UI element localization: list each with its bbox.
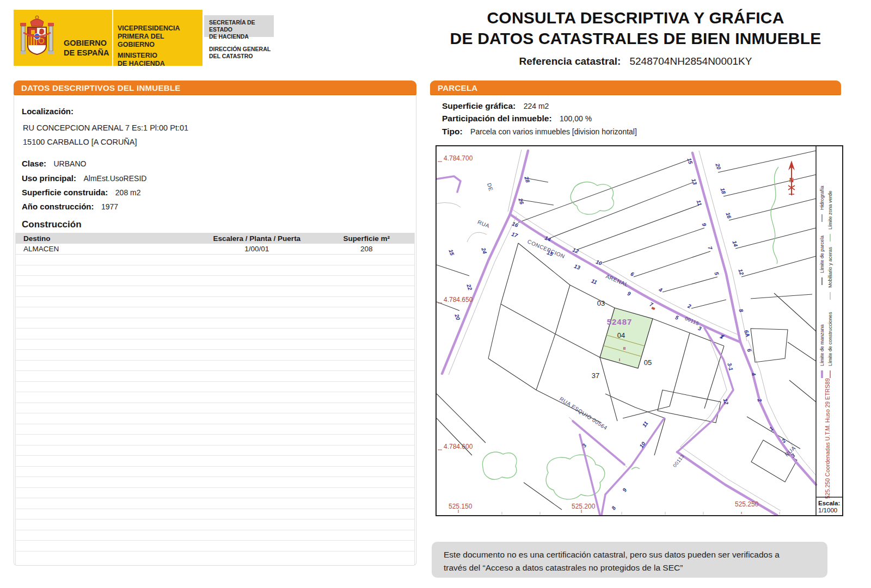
house-number: 16 (511, 221, 519, 228)
house-number: 3 (697, 325, 703, 332)
title-line2: DE DATOS CATASTRALES DE BIEN INMUEBLE (430, 28, 841, 49)
map-legend: Hidrografía Límite zona verde Límite de … (816, 146, 842, 515)
legend-zona-verde: Límite zona verde (827, 190, 833, 230)
street-arenal: ARENAL (605, 273, 629, 288)
direccion-general-text: DIRECCIÓN GENERAL DEL CATASTRO (209, 46, 271, 60)
secretaria-box: SECRETARÍA DE ESTADO DE HACIENDA (204, 15, 274, 37)
logo-divider (112, 10, 113, 66)
sub-unit-i: I (619, 357, 620, 362)
ministerio-text: MINISTERIO DE HACIENDA (118, 52, 165, 68)
participacion-value: 100,00 % (560, 114, 592, 123)
coord-525150: 525.150 (449, 503, 473, 510)
localizacion-label: Localización: (22, 107, 73, 116)
house-number: 9 (627, 290, 632, 297)
coord-4784650: 4.784.650 (444, 296, 473, 304)
house-number: 24 (480, 246, 488, 255)
house-number: 16 (725, 212, 732, 219)
house-number: 20 (453, 313, 461, 321)
house-number: 15 (686, 157, 694, 165)
construccion-title: Construcción (22, 219, 82, 230)
disclaimer-box: Este documento no es una certificación c… (432, 542, 827, 578)
house-number: 15 (447, 249, 455, 256)
cell-destino: ALMACEN (16, 245, 191, 253)
gobierno-line2: DE ESPAÑA (64, 48, 109, 58)
superficie-grafica-label: Superficie gráfica: (442, 101, 516, 110)
vicepresidencia-text: VICEPRESIDENCIA PRIMERA DEL GOBIERNO (118, 24, 203, 49)
superficie-construida-value: 208 m2 (115, 188, 141, 197)
legend-limite-manzana: Límite de manzana (819, 324, 825, 366)
cell-superficie: 208 (323, 245, 410, 253)
vice-line1: VICEPRESIDENCIA (118, 24, 203, 33)
house-number: 10 (595, 259, 603, 267)
house-number: 11 (695, 199, 703, 207)
house-number: 9 (701, 222, 707, 227)
house-number: 22 (465, 283, 473, 291)
sec-line2: DE HACIENDA (209, 33, 274, 40)
house-number: 14 (731, 240, 739, 247)
house-number: 15 (546, 250, 554, 257)
street-concepcion: CONCEPCION (526, 238, 566, 259)
empty-table-rows (16, 255, 414, 565)
house-number: 11 (590, 278, 598, 286)
parcel-label-04: 04 (617, 331, 625, 339)
document-title: CONSULTA DESCRIPTIVA Y GRÁFICA DE DATOS … (430, 8, 841, 49)
spain-coat-of-arms-icon (18, 14, 56, 63)
subject-parcel-id: 52487 (607, 317, 633, 326)
house-number: 10 (638, 441, 647, 449)
escala-value: 1/1000 (818, 507, 837, 513)
house-number: 2 (686, 302, 692, 310)
ref-value: 5248704NH2854N0001KY (629, 55, 752, 67)
north-arrow-icon: N (788, 160, 795, 195)
superficie-grafica-value: 224 m2 (524, 102, 549, 110)
gobierno-line1: GOBIERNO (64, 38, 109, 48)
house-number: 5 (674, 314, 680, 321)
clase-label: Clase: (22, 159, 46, 168)
uso-principal-value: AlmEst.UsoRESID (83, 174, 146, 183)
tipo-value: Parcela con varios inmuebles [division h… (470, 127, 637, 136)
legend-limite-parcela: Límite de parcela (819, 236, 825, 273)
coord-525200: 525.200 (572, 503, 596, 510)
house-number: 8 (610, 505, 617, 511)
sub-unit-ii: II (623, 346, 625, 351)
title-line1: CONSULTA DESCRIPTIVA Y GRÁFICA (430, 8, 841, 28)
house-number: 13 (690, 178, 698, 185)
tipo-label: Tipo: (442, 127, 463, 136)
house-number: 3 (790, 452, 796, 459)
uso-principal-label: Uso principal: (22, 174, 76, 183)
address-line1: RU CONCEPCION ARENAL 7 Es:1 Pl:00 Pt:01 (23, 123, 188, 132)
header-destino: Destino (16, 234, 191, 243)
house-number: 8 (738, 308, 744, 313)
house-number: 11 (641, 420, 649, 428)
house-number: 17 (511, 231, 519, 239)
street-esquio: RUA ESQUIO 00564 (559, 396, 609, 431)
coord-525250: 525.250 (735, 500, 759, 508)
house-number: 26 (517, 197, 525, 205)
street-ref-00115: 00115 (684, 315, 700, 326)
house-number: 12 (737, 268, 745, 276)
parcel-label-03: 03 (597, 299, 605, 307)
gobierno-logo: GOBIERNO DE ESPAÑA VICEPRESIDENCIA PRIME… (14, 10, 203, 66)
legend-limite-construcciones: Límite de construcciones (827, 312, 833, 366)
min-line2: DE HACIENDA (118, 60, 165, 68)
coord-4784700: 4.784.700 (444, 154, 473, 162)
house-number: 28 (523, 175, 531, 183)
street-ref-00113: 00113 (672, 453, 685, 468)
disclaimer-line2: través del “Acceso a datos catastrales n… (444, 561, 815, 574)
construccion-table: Destino Escalera / Planta / Puerta Super… (15, 233, 415, 565)
cadastral-map: 52487 04 II I 03 05 37 4.784.700 4.784.6… (436, 145, 843, 516)
house-number: 3 (581, 442, 587, 448)
dir-line2: DEL CATASTRO (209, 53, 271, 60)
house-number: 9 (621, 487, 628, 493)
header-superficie: Superficie m² (323, 234, 410, 243)
sec-line1: SECRETARÍA DE ESTADO (209, 19, 274, 33)
north-label: N (789, 177, 794, 183)
street-de: DE (486, 182, 494, 192)
cell-escalera: 1/00/01 (191, 245, 323, 253)
participacion-label: Participación del inmueble: (442, 114, 552, 123)
street-rua: RUA (477, 219, 490, 229)
house-number: 6 (746, 348, 752, 353)
legend-hidrografia: Hidrografía (819, 185, 825, 210)
gobierno-text: GOBIERNO DE ESPAÑA (64, 38, 109, 58)
house-number: 7 (707, 246, 713, 251)
legend-mobiliario: Mobiliario y aceras (827, 246, 833, 288)
